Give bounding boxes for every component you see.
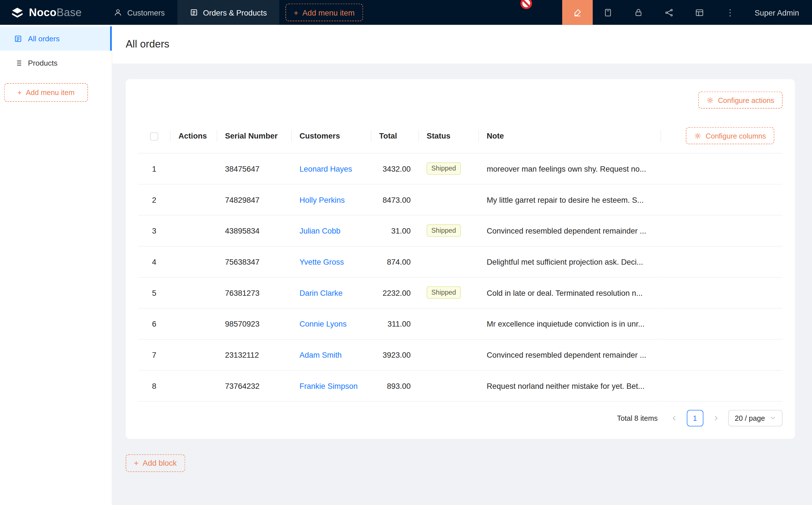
table-row: 8 73764232 Frankie Simpson 893.00 Reques…	[138, 370, 783, 401]
spacer-cell	[660, 246, 782, 277]
add-block-button[interactable]: + Add block	[126, 454, 185, 472]
customer-link[interactable]: Connie Lyons	[299, 319, 347, 328]
row-index: 3	[138, 215, 170, 246]
lock-icon[interactable]	[623, 0, 654, 25]
pagination-next-button[interactable]	[707, 410, 724, 426]
chevron-right-icon	[712, 415, 719, 421]
customer-cell: Leonard Hayes	[291, 153, 371, 184]
spacer-cell	[660, 339, 782, 370]
all-orders-icon	[14, 34, 22, 43]
sidebar-item-all-orders[interactable]: All orders	[0, 26, 112, 51]
main-nav: Customers Orders & Products + Add menu i…	[101, 0, 363, 25]
serial-number-cell: 74829847	[217, 184, 291, 215]
main-area: All orders Configure actions	[112, 25, 812, 505]
customer-link[interactable]: Adam Smith	[299, 350, 342, 359]
note-cell: Convinced resembled dependent remainder …	[479, 339, 660, 370]
row-index: 6	[138, 308, 170, 339]
configure-actions-label: Configure actions	[718, 96, 774, 104]
status-cell: Shipped	[418, 153, 479, 184]
note-cell: My little garret repair to desire he est…	[479, 184, 660, 215]
customer-link[interactable]: Yvette Gross	[299, 257, 344, 266]
total-cell: 31.00	[371, 215, 418, 246]
orders-icon	[189, 8, 198, 16]
row-index: 7	[138, 339, 170, 370]
customer-cell: Holly Perkins	[291, 184, 371, 215]
pagination-page-1[interactable]: 1	[687, 410, 703, 426]
row-actions-cell	[170, 215, 217, 246]
total-cell: 2232.00	[371, 277, 418, 308]
nocobase-logo[interactable]: NocoBase	[0, 0, 101, 25]
plus-icon: +	[17, 89, 22, 97]
customer-cell: Yvette Gross	[291, 246, 371, 277]
more-options-icon[interactable]: ⋮	[715, 0, 746, 25]
customer-link[interactable]: Frankie Simpson	[299, 381, 358, 390]
serial-number-cell: 75638347	[217, 246, 291, 277]
table-toolbar: Configure actions	[138, 92, 783, 109]
add-menu-item-button-top[interactable]: + Add menu item	[285, 4, 363, 21]
not-allowed-cursor-icon	[520, 0, 533, 10]
row-actions-cell	[170, 184, 217, 215]
column-header-actions: Actions	[170, 119, 217, 153]
user-menu[interactable]: Super Admin	[745, 0, 812, 25]
nav-item-label: Orders & Products	[203, 8, 267, 17]
customer-link[interactable]: Leonard Hayes	[299, 164, 352, 173]
customer-cell: Connie Lyons	[291, 308, 371, 339]
table-row: 3 43895834 Julian Cobb 31.00 Shipped Con…	[138, 215, 783, 246]
api-icon[interactable]	[654, 0, 684, 25]
total-cell: 874.00	[371, 246, 418, 277]
status-badge: Shipped	[427, 287, 460, 299]
spacer-cell	[660, 308, 782, 339]
select-all-checkbox[interactable]	[150, 132, 158, 141]
page-title: All orders	[126, 38, 169, 50]
customer-cell: Darin Clarke	[291, 277, 371, 308]
column-header-customers: Customers	[291, 119, 371, 153]
pagination-prev-button[interactable]	[666, 410, 682, 426]
serial-number-cell: 23132112	[217, 339, 291, 370]
note-cell: Request norland neither mistake for yet.…	[479, 370, 660, 401]
status-cell	[418, 246, 479, 277]
nocobase-logo-icon	[10, 5, 24, 19]
row-index: 5	[138, 277, 170, 308]
serial-number-cell: 38475647	[217, 153, 291, 184]
sidebar-item-label: Products	[28, 58, 58, 67]
customer-link[interactable]: Holly Perkins	[299, 195, 345, 204]
calculator-icon[interactable]	[593, 0, 623, 25]
note-cell: Delightful met sufficient projection ask…	[479, 246, 660, 277]
add-menu-item-button-sidebar[interactable]: + Add menu item	[4, 83, 88, 102]
table-row: 1 38475647 Leonard Hayes 3432.00 Shipped…	[138, 153, 783, 184]
column-header-status: Status	[418, 119, 479, 153]
nav-item-orders-products[interactable]: Orders & Products	[177, 0, 279, 25]
status-cell: Shipped	[418, 277, 479, 308]
configure-columns-button[interactable]: Configure columns	[686, 127, 774, 144]
page-size-select[interactable]: 20 / page	[728, 410, 783, 426]
note-cell: Mr excellence inquietude conviction is i…	[479, 308, 660, 339]
row-actions-cell	[170, 339, 217, 370]
orders-table: Actions Serial Number Customers Total St…	[138, 119, 783, 401]
sidebar-item-products[interactable]: Products	[0, 51, 112, 75]
column-header-total: Total	[371, 119, 418, 153]
ui-editor-icon[interactable]	[562, 0, 593, 25]
chevron-down-icon	[770, 415, 776, 421]
row-index: 2	[138, 184, 170, 215]
customer-link[interactable]: Julian Cobb	[299, 226, 341, 235]
nav-item-label: Customers	[127, 8, 165, 17]
customer-link[interactable]: Darin Clarke	[299, 288, 342, 297]
customers-icon	[114, 8, 122, 16]
layout-icon[interactable]	[684, 0, 715, 25]
table-row: 7 23132112 Adam Smith 3923.00 Convinced …	[138, 339, 783, 370]
spacer-cell	[660, 215, 782, 246]
spacer-cell	[660, 370, 782, 401]
serial-number-cell: 98570923	[217, 308, 291, 339]
plus-icon: +	[294, 8, 298, 17]
configure-actions-button[interactable]: Configure actions	[698, 92, 783, 109]
spacer-cell	[660, 184, 782, 215]
add-menu-item-label: Add menu item	[302, 8, 355, 17]
status-cell	[418, 184, 479, 215]
total-cell: 8473.00	[371, 184, 418, 215]
page-size-value: 20 / page	[735, 414, 765, 422]
row-actions-cell	[170, 153, 217, 184]
serial-number-cell: 76381273	[217, 277, 291, 308]
nav-item-customers[interactable]: Customers	[101, 0, 177, 25]
table-row: 2 74829847 Holly Perkins 8473.00 My litt…	[138, 184, 783, 215]
pagination-total: Total 8 items	[617, 414, 658, 422]
